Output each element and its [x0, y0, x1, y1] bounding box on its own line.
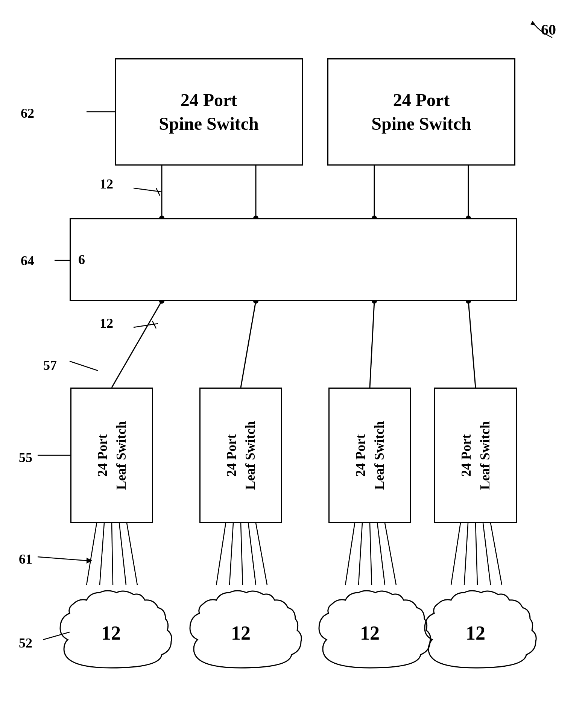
svg-line-40	[377, 523, 385, 585]
svg-line-39	[370, 523, 372, 585]
ref-57: 57	[43, 357, 57, 373]
svg-line-33	[229, 523, 233, 585]
ref-60-arrow	[530, 19, 560, 41]
leaf-switch-4-label: 24 Port Leaf Switch	[457, 421, 495, 490]
leaf-switch-1: 24 Port Leaf Switch	[70, 388, 153, 523]
svg-line-28	[100, 523, 104, 585]
leaf-switch-4: 24 Port Leaf Switch	[434, 388, 517, 523]
svg-text:12: 12	[231, 622, 251, 644]
svg-line-29	[112, 523, 113, 585]
svg-line-23	[112, 301, 162, 388]
spine-switch-1-label: 24 Port Spine Switch	[159, 88, 258, 135]
svg-line-57	[70, 361, 98, 371]
svg-line-46	[491, 523, 502, 585]
leaf-switch-2: 24 Port Leaf Switch	[199, 388, 282, 523]
svg-line-41	[385, 523, 396, 585]
svg-line-42	[451, 523, 460, 585]
svg-line-26	[468, 301, 476, 388]
svg-line-27	[87, 523, 97, 585]
cloud-1: 12	[41, 585, 181, 679]
ref-64: 64	[21, 253, 34, 269]
svg-line-25	[370, 301, 374, 388]
svg-line-50	[152, 321, 156, 328]
ref-12-top: 12	[100, 176, 113, 192]
svg-line-24	[241, 301, 256, 388]
leaf-switch-3: 24 Port Leaf Switch	[328, 388, 411, 523]
leaf-switch-1-label: 24 Port Leaf Switch	[93, 421, 131, 490]
ref-12-mid: 12	[100, 315, 113, 331]
cloud-4: 12	[406, 585, 545, 679]
fabric-label: 6	[78, 252, 85, 268]
spine-switch-1: 24 Port Spine Switch	[115, 58, 303, 166]
cloud-2: 12	[171, 585, 310, 679]
svg-line-30	[119, 523, 126, 585]
svg-line-49	[134, 324, 158, 327]
svg-line-44	[476, 523, 477, 585]
svg-line-34	[241, 523, 243, 585]
spine-switch-2-label: 24 Port Spine Switch	[371, 88, 471, 135]
svg-line-32	[216, 523, 226, 585]
ref-61: 61	[19, 551, 32, 567]
svg-line-37	[345, 523, 355, 585]
svg-line-43	[464, 523, 468, 585]
diagram-container: 60 24 Port Spine Switch 24 Port Spine Sw…	[0, 0, 588, 716]
leaf-switch-2-label: 24 Port Leaf Switch	[222, 421, 260, 490]
svg-line-31	[127, 523, 137, 585]
svg-line-45	[483, 523, 491, 585]
svg-line-35	[248, 523, 256, 585]
svg-marker-61	[530, 21, 535, 26]
ref-52: 52	[19, 635, 32, 651]
svg-line-36	[256, 523, 267, 585]
svg-marker-59	[87, 558, 92, 564]
leaf-switch-3-label: 24 Port Leaf Switch	[351, 421, 389, 490]
svg-text:12: 12	[360, 622, 380, 644]
svg-line-47	[134, 188, 162, 192]
svg-text:12: 12	[101, 622, 121, 644]
ref-55: 55	[19, 450, 32, 465]
svg-text:12: 12	[466, 622, 485, 644]
ref-62: 62	[21, 105, 34, 121]
svg-line-58	[38, 557, 87, 561]
fabric-box: 6	[70, 218, 517, 301]
svg-line-38	[359, 523, 362, 585]
spine-switch-2: 24 Port Spine Switch	[327, 58, 515, 166]
svg-line-48	[156, 188, 160, 196]
